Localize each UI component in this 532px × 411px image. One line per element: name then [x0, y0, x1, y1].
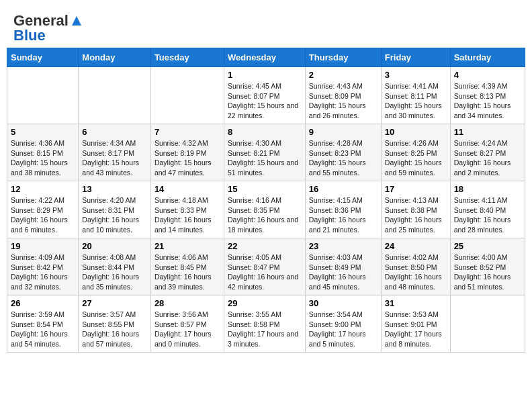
day-header-saturday: Saturday	[450, 48, 525, 67]
day-info: Sunrise: 4:15 AMSunset: 8:36 PMDaylight:…	[309, 195, 378, 235]
day-info: Sunrise: 4:26 AMSunset: 8:25 PMDaylight:…	[385, 138, 447, 178]
day-number: 4	[454, 70, 521, 80]
day-info: Sunrise: 4:22 AMSunset: 8:29 PMDaylight:…	[11, 195, 75, 235]
day-number: 3	[385, 70, 447, 80]
day-info: Sunrise: 4:16 AMSunset: 8:35 PMDaylight:…	[228, 195, 302, 235]
day-number: 31	[385, 298, 447, 308]
day-number: 6	[82, 127, 147, 137]
day-info: Sunrise: 4:36 AMSunset: 8:15 PMDaylight:…	[11, 138, 75, 178]
day-number: 11	[454, 127, 521, 137]
day-number: 7	[154, 127, 220, 137]
day-number: 8	[228, 127, 302, 137]
day-info: Sunrise: 3:53 AMSunset: 9:01 PMDaylight:…	[385, 310, 447, 349]
calendar-cell: 24Sunrise: 4:02 AMSunset: 8:50 PMDayligh…	[381, 238, 450, 295]
day-info: Sunrise: 4:18 AMSunset: 8:33 PMDaylight:…	[154, 195, 220, 235]
logo-blue-text: Blue	[13, 27, 46, 44]
day-info: Sunrise: 4:43 AMSunset: 8:09 PMDaylight:…	[309, 81, 378, 121]
day-info: Sunrise: 4:30 AMSunset: 8:21 PMDaylight:…	[228, 138, 302, 178]
day-number: 23	[309, 241, 378, 251]
day-info: Sunrise: 4:24 AMSunset: 8:27 PMDaylight:…	[454, 138, 521, 178]
calendar-cell: 18Sunrise: 4:11 AMSunset: 8:40 PMDayligh…	[450, 181, 525, 238]
calendar-cell: 6Sunrise: 4:34 AMSunset: 8:17 PMDaylight…	[79, 124, 151, 181]
day-info: Sunrise: 4:39 AMSunset: 8:13 PMDaylight:…	[454, 81, 521, 121]
day-info: Sunrise: 3:57 AMSunset: 8:55 PMDaylight:…	[82, 310, 147, 349]
day-number: 13	[82, 184, 147, 194]
calendar-week-row: 26Sunrise: 3:59 AMSunset: 8:54 PMDayligh…	[7, 295, 525, 353]
day-number: 10	[385, 127, 447, 137]
day-number: 25	[454, 241, 521, 251]
calendar-cell: 15Sunrise: 4:16 AMSunset: 8:35 PMDayligh…	[224, 181, 305, 238]
calendar-cell: 4Sunrise: 4:39 AMSunset: 8:13 PMDaylight…	[450, 67, 525, 124]
calendar-cell: 10Sunrise: 4:26 AMSunset: 8:25 PMDayligh…	[381, 124, 450, 181]
logo: General Blue	[13, 12, 84, 44]
day-number: 5	[11, 127, 75, 137]
calendar-header-row: SundayMondayTuesdayWednesdayThursdayFrid…	[7, 48, 525, 67]
calendar-cell: 5Sunrise: 4:36 AMSunset: 8:15 PMDaylight…	[7, 124, 79, 181]
calendar-cell: 28Sunrise: 3:56 AMSunset: 8:57 PMDayligh…	[150, 295, 224, 353]
logo-arrow-icon	[69, 13, 84, 28]
calendar-cell: 17Sunrise: 4:13 AMSunset: 8:38 PMDayligh…	[381, 181, 450, 238]
calendar-cell: 12Sunrise: 4:22 AMSunset: 8:29 PMDayligh…	[7, 181, 79, 238]
day-number: 1	[228, 70, 302, 80]
day-header-friday: Friday	[381, 48, 450, 67]
calendar-week-row: 5Sunrise: 4:36 AMSunset: 8:15 PMDaylight…	[7, 124, 525, 181]
calendar-cell: 7Sunrise: 4:32 AMSunset: 8:19 PMDaylight…	[150, 124, 224, 181]
day-number: 16	[309, 184, 378, 194]
day-info: Sunrise: 4:34 AMSunset: 8:17 PMDaylight:…	[82, 138, 147, 178]
day-info: Sunrise: 4:02 AMSunset: 8:50 PMDaylight:…	[385, 253, 447, 292]
day-info: Sunrise: 4:13 AMSunset: 8:38 PMDaylight:…	[385, 195, 447, 235]
calendar-cell: 8Sunrise: 4:30 AMSunset: 8:21 PMDaylight…	[224, 124, 305, 181]
day-number: 24	[385, 241, 447, 251]
calendar-table: SundayMondayTuesdayWednesdayThursdayFrid…	[7, 48, 525, 353]
calendar-cell: 25Sunrise: 4:00 AMSunset: 8:52 PMDayligh…	[450, 238, 525, 295]
day-info: Sunrise: 4:41 AMSunset: 8:11 PMDaylight:…	[385, 81, 447, 121]
calendar-cell: 26Sunrise: 3:59 AMSunset: 8:54 PMDayligh…	[7, 295, 79, 353]
day-number: 26	[11, 298, 75, 308]
day-info: Sunrise: 4:06 AMSunset: 8:45 PMDaylight:…	[154, 253, 220, 292]
calendar-cell: 31Sunrise: 3:53 AMSunset: 9:01 PMDayligh…	[381, 295, 450, 353]
day-info: Sunrise: 4:00 AMSunset: 8:52 PMDaylight:…	[454, 253, 521, 292]
day-info: Sunrise: 4:09 AMSunset: 8:42 PMDaylight:…	[11, 253, 75, 292]
day-number: 17	[385, 184, 447, 194]
day-info: Sunrise: 4:03 AMSunset: 8:49 PMDaylight:…	[309, 253, 378, 292]
calendar-cell: 16Sunrise: 4:15 AMSunset: 8:36 PMDayligh…	[305, 181, 381, 238]
calendar-cell	[7, 67, 79, 124]
day-number: 15	[228, 184, 302, 194]
page-header: General Blue	[7, 7, 525, 48]
day-number: 21	[154, 241, 220, 251]
calendar-cell: 30Sunrise: 3:54 AMSunset: 9:00 PMDayligh…	[305, 295, 381, 353]
day-number: 18	[454, 184, 521, 194]
day-info: Sunrise: 3:55 AMSunset: 8:58 PMDaylight:…	[228, 310, 302, 349]
calendar-cell: 14Sunrise: 4:18 AMSunset: 8:33 PMDayligh…	[150, 181, 224, 238]
calendar-cell	[450, 295, 525, 353]
svg-marker-0	[72, 16, 81, 26]
day-number: 30	[309, 298, 378, 308]
calendar-week-row: 1Sunrise: 4:45 AMSunset: 8:07 PMDaylight…	[7, 67, 525, 124]
day-info: Sunrise: 3:54 AMSunset: 9:00 PMDaylight:…	[309, 310, 378, 349]
day-number: 14	[154, 184, 220, 194]
day-info: Sunrise: 4:20 AMSunset: 8:31 PMDaylight:…	[82, 195, 147, 235]
day-number: 27	[82, 298, 147, 308]
calendar-cell: 13Sunrise: 4:20 AMSunset: 8:31 PMDayligh…	[79, 181, 151, 238]
calendar-cell: 21Sunrise: 4:06 AMSunset: 8:45 PMDayligh…	[150, 238, 224, 295]
day-number: 28	[154, 298, 220, 308]
calendar-cell: 9Sunrise: 4:28 AMSunset: 8:23 PMDaylight…	[305, 124, 381, 181]
day-info: Sunrise: 3:56 AMSunset: 8:57 PMDaylight:…	[154, 310, 220, 349]
day-info: Sunrise: 4:45 AMSunset: 8:07 PMDaylight:…	[228, 81, 302, 121]
calendar-cell	[150, 67, 224, 124]
calendar-cell	[79, 67, 151, 124]
day-info: Sunrise: 3:59 AMSunset: 8:54 PMDaylight:…	[11, 310, 75, 349]
calendar-cell: 27Sunrise: 3:57 AMSunset: 8:55 PMDayligh…	[79, 295, 151, 353]
calendar-cell: 20Sunrise: 4:08 AMSunset: 8:44 PMDayligh…	[79, 238, 151, 295]
calendar-cell: 11Sunrise: 4:24 AMSunset: 8:27 PMDayligh…	[450, 124, 525, 181]
day-info: Sunrise: 4:32 AMSunset: 8:19 PMDaylight:…	[154, 138, 220, 178]
day-info: Sunrise: 4:05 AMSunset: 8:47 PMDaylight:…	[228, 253, 302, 292]
calendar-cell: 22Sunrise: 4:05 AMSunset: 8:47 PMDayligh…	[224, 238, 305, 295]
day-info: Sunrise: 4:11 AMSunset: 8:40 PMDaylight:…	[454, 195, 521, 235]
day-number: 2	[309, 70, 378, 80]
day-number: 29	[228, 298, 302, 308]
day-number: 20	[82, 241, 147, 251]
day-info: Sunrise: 4:08 AMSunset: 8:44 PMDaylight:…	[82, 253, 147, 292]
day-header-thursday: Thursday	[305, 48, 381, 67]
calendar-cell: 19Sunrise: 4:09 AMSunset: 8:42 PMDayligh…	[7, 238, 79, 295]
